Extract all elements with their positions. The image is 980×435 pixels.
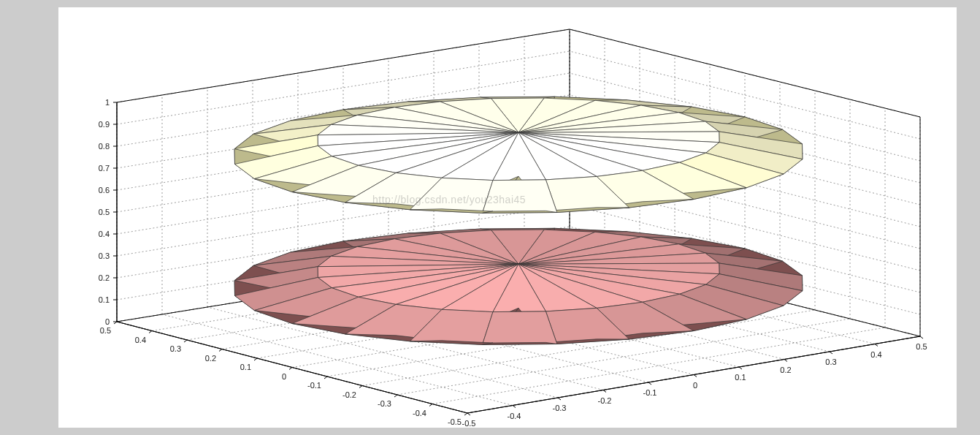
svg-line-30	[830, 352, 832, 354]
svg-line-32	[920, 336, 923, 338]
svg-line-31	[875, 344, 878, 347]
chart-3d-surface	[58, 7, 957, 428]
svg-line-13	[394, 395, 397, 397]
svg-line-16	[289, 368, 292, 370]
svg-line-22	[467, 413, 470, 415]
svg-line-29	[784, 360, 787, 362]
svg-line-28	[739, 367, 742, 369]
plot-area[interactable]: 00.10.20.30.40.50.60.70.80.910.50.40.30.…	[58, 7, 957, 428]
svg-line-18	[219, 349, 222, 352]
svg-line-23	[513, 406, 516, 408]
svg-line-27	[694, 375, 697, 377]
svg-line-20	[149, 331, 152, 333]
svg-line-24	[558, 398, 561, 400]
svg-line-26	[648, 382, 651, 385]
svg-line-12	[429, 404, 432, 406]
svg-line-25	[603, 390, 606, 393]
svg-line-15	[324, 377, 327, 379]
svg-line-19	[184, 340, 187, 342]
svg-line-17	[254, 358, 257, 360]
svg-line-11	[464, 413, 467, 415]
svg-line-14	[359, 386, 362, 388]
